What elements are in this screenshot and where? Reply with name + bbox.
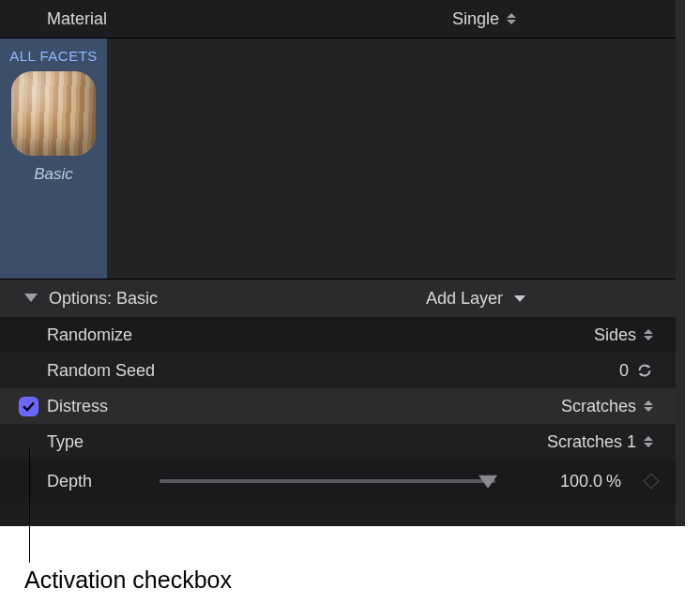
slider-thumb-icon[interactable] — [479, 476, 497, 489]
updown-icon — [644, 327, 653, 342]
annotation-leader-line — [29, 447, 30, 563]
material-inspector-panel: Material Single ALL FACETS Basic Options… — [0, 0, 685, 526]
material-popup[interactable]: Single — [452, 9, 629, 29]
type-popup[interactable]: Scratches 1 — [516, 432, 666, 452]
svg-marker-1 — [639, 373, 643, 377]
depth-slider[interactable] — [160, 472, 495, 491]
add-layer-label: Add Layer — [426, 289, 503, 309]
keyframe-diamond-icon — [644, 474, 660, 490]
distress-value: Scratches — [561, 397, 636, 416]
type-label: Type — [47, 432, 235, 452]
chevron-down-icon — [514, 295, 525, 302]
options-title: Options: Basic — [49, 289, 158, 309]
type-value: Scratches 1 — [547, 432, 636, 452]
distress-label: Distress — [47, 397, 235, 416]
updown-icon — [644, 434, 653, 449]
add-layer-popup[interactable]: Add Layer — [426, 289, 666, 309]
randomize-value: Sides — [594, 325, 636, 345]
depth-value[interactable]: 100.0 — [512, 472, 606, 491]
material-swatch[interactable] — [11, 71, 96, 156]
material-swatch-name: Basic — [34, 165, 73, 184]
slider-track — [160, 479, 495, 483]
depth-unit: % — [606, 472, 629, 491]
slider-fill — [160, 479, 495, 483]
random-seed-value: 0 — [619, 361, 629, 381]
depth-keyframe[interactable] — [629, 476, 666, 487]
random-seed-label: Random Seed — [47, 361, 235, 381]
facet-tab-title: ALL FACETS — [9, 48, 98, 64]
distress-popup[interactable]: Scratches — [516, 397, 666, 416]
random-seed-field[interactable]: 0 — [516, 361, 666, 381]
depth-row: Depth 100.0 % — [0, 460, 676, 503]
updown-icon — [507, 11, 516, 26]
distress-row: Distress Scratches — [0, 388, 676, 424]
material-header-row: Material Single — [0, 0, 676, 38]
updown-icon — [644, 399, 653, 414]
random-seed-row: Random Seed 0 — [0, 353, 676, 388]
disclosure-triangle-icon[interactable] — [24, 294, 38, 302]
svg-marker-0 — [647, 365, 651, 369]
facet-tab-all[interactable]: ALL FACETS Basic — [0, 38, 107, 279]
options-header-row[interactable]: Options: Basic Add Layer — [0, 279, 676, 317]
material-value: Single — [452, 9, 499, 29]
facets-block: ALL FACETS Basic — [0, 38, 676, 279]
depth-label: Depth — [47, 472, 160, 491]
material-label: Material — [47, 9, 107, 29]
annotation-text: Activation checkbox — [24, 566, 232, 594]
refresh-icon[interactable] — [636, 362, 653, 379]
randomize-popup[interactable]: Sides — [516, 325, 666, 345]
distress-activation-checkbox[interactable] — [19, 397, 38, 416]
randomize-label: Randomize — [47, 325, 235, 345]
type-row: Type Scratches 1 — [0, 424, 676, 460]
randomize-row: Randomize Sides — [0, 317, 676, 353]
